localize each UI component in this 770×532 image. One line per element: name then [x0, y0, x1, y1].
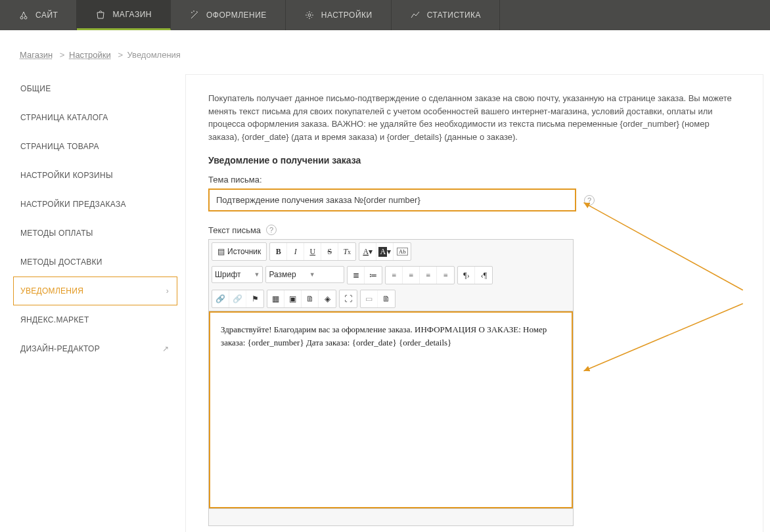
text-color-button[interactable]: A▾	[359, 243, 376, 260]
underline-button[interactable]: U	[304, 243, 321, 260]
svg-point-4	[308, 14, 311, 16]
external-link-icon: ↗	[162, 344, 169, 353]
svg-point-3	[193, 11, 194, 12]
sidebar-shipping-methods[interactable]: МЕТОДЫ ДОСТАВКИ	[13, 248, 177, 277]
intro-text: Покупатель получает данное письмо-подтве…	[208, 92, 740, 143]
highlight-button[interactable]: Ab	[394, 243, 411, 260]
editor-body[interactable]: Здравствуйте! Благодарим вас за оформлен…	[209, 311, 573, 508]
svg-line-6	[584, 303, 743, 370]
wand-icon	[189, 10, 200, 20]
svg-point-1	[24, 16, 27, 19]
editor-statusbar	[209, 508, 573, 525]
topnav-stats[interactable]: СТАТИСТИКА	[392, 0, 500, 30]
help-icon[interactable]: ?	[266, 225, 277, 235]
gear-icon	[304, 10, 315, 20]
align-justify-button[interactable]: ≡	[437, 267, 454, 284]
help-icon[interactable]: ?	[584, 195, 595, 206]
sidebar-catalog-page[interactable]: СТРАНИЦА КАТАЛОГА	[13, 103, 177, 132]
table-button[interactable]: ▦	[267, 290, 284, 307]
svg-point-0	[20, 16, 23, 19]
strike-button[interactable]: S	[321, 243, 338, 260]
subject-label: Тема письма:	[208, 175, 740, 185]
sidebar-general[interactable]: ОБЩИЕ	[13, 74, 177, 103]
sidebar-yandex-market[interactable]: ЯНДЕКС.МАРКЕТ	[13, 305, 177, 334]
rtl-button[interactable]: ‹¶	[475, 267, 492, 284]
link-button[interactable]: 🔗	[212, 290, 229, 307]
topnav-shop[interactable]: МАГАЗИН	[77, 0, 171, 30]
topnav-label: ОФОРМЛЕНИЕ	[206, 11, 267, 20]
bag-icon	[95, 9, 106, 20]
breadcrumb-shop[interactable]: Магазин	[20, 50, 53, 60]
number-list-button[interactable]: ≔	[365, 267, 382, 284]
unlink-button[interactable]: 🔗	[229, 290, 246, 307]
sidebar-design-editor[interactable]: ДИЗАЙН-РЕДАКТОР ↗	[13, 334, 177, 363]
editor-toolbar: ▤Источник B I U S Tx A▾ A▾ Ab	[209, 240, 573, 311]
sidebar-product-page[interactable]: СТРАНИЦА ТОВАРА	[13, 132, 177, 161]
file-button[interactable]: 🗎	[302, 290, 319, 307]
sidebar-cart-settings[interactable]: НАСТРОЙКИ КОРЗИНЫ	[13, 161, 177, 190]
rich-text-editor: ▤Источник B I U S Tx A▾ A▾ Ab	[208, 239, 574, 526]
topnav-site[interactable]: САЙТ	[0, 0, 77, 30]
align-right-button[interactable]: ≡	[420, 267, 437, 284]
site-icon	[18, 10, 29, 20]
align-left-button[interactable]: ≡	[386, 267, 403, 284]
breadcrumb-settings[interactable]: Настройки	[69, 50, 111, 60]
sidebar: ОБЩИЕ СТРАНИЦА КАТАЛОГА СТРАНИЦА ТОВАРА …	[13, 74, 177, 363]
topnav-label: НАСТРОЙКИ	[321, 11, 373, 20]
top-nav: САЙТ МАГАЗИН ОФОРМЛЕНИЕ НАСТРОЙКИ СТАТИС…	[0, 0, 770, 30]
svg-point-2	[191, 12, 192, 13]
align-center-button[interactable]: ≡	[403, 267, 420, 284]
svg-line-5	[584, 203, 743, 290]
chevron-right-icon: ›	[166, 286, 169, 296]
sidebar-preorder-settings[interactable]: НАСТРОЙКИ ПРЕДЗАКАЗА	[13, 190, 177, 219]
page-button[interactable]: 🗎	[378, 290, 395, 307]
subject-input[interactable]	[208, 188, 576, 211]
main-panel: Покупатель получает данное письмо-подтве…	[185, 74, 763, 532]
sidebar-notifications[interactable]: УВЕДОМЛЕНИЯ ›	[13, 277, 177, 305]
clear-format-button[interactable]: Tx	[338, 243, 355, 260]
fullscreen-button[interactable]: ⛶	[340, 290, 357, 307]
topnav-label: СТАТИСТИКА	[427, 11, 481, 20]
italic-button[interactable]: I	[287, 243, 304, 260]
body-label: Текст письма ?	[208, 225, 740, 235]
breadcrumb-current: Уведомления	[127, 50, 181, 60]
size-select[interactable]: Размер▼	[265, 266, 344, 283]
topnav-label: САЙТ	[35, 11, 58, 20]
chart-icon	[410, 10, 420, 20]
section-title: Уведомление о получении заказа	[208, 155, 740, 166]
bullet-list-button[interactable]: ≣	[348, 267, 365, 284]
topnav-label: МАГАЗИН	[112, 10, 152, 19]
topnav-design[interactable]: ОФОРМЛЕНИЕ	[171, 0, 286, 30]
sidebar-payment-methods[interactable]: МЕТОДЫ ОПЛАТЫ	[13, 219, 177, 248]
bg-color-button[interactable]: A▾	[376, 243, 394, 260]
font-select[interactable]: Шрифт▼	[212, 266, 263, 283]
topnav-settings[interactable]: НАСТРОЙКИ	[286, 0, 392, 30]
image-button[interactable]: ▣	[284, 290, 302, 307]
media-button[interactable]: ◈	[319, 290, 336, 307]
bold-button[interactable]: B	[270, 243, 287, 260]
source-button[interactable]: ▤Источник	[212, 243, 266, 260]
ltr-button[interactable]: ¶›	[458, 267, 475, 284]
anchor-button[interactable]: ⚑	[246, 290, 263, 307]
breadcrumb: Магазин > Настройки > Уведомления	[0, 30, 770, 74]
template-button[interactable]: ▭	[361, 290, 378, 307]
